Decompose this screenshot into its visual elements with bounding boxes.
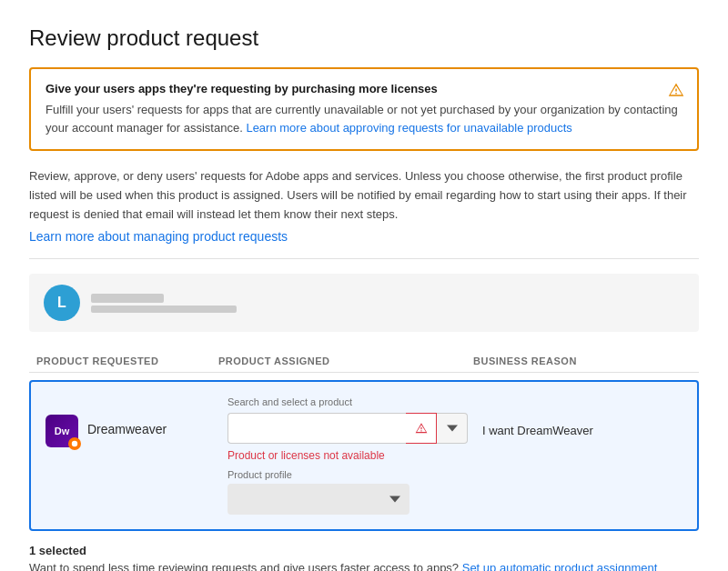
managing-requests-link[interactable]: Learn more about managing product reques… xyxy=(29,229,288,244)
table-header: PRODUCT REQUESTED PRODUCT ASSIGNED BUSIN… xyxy=(29,350,699,373)
auto-assign-text: Want to spend less time reviewing reques… xyxy=(29,561,699,571)
header-product-assigned: PRODUCT ASSIGNED xyxy=(211,356,466,366)
product-name-label: Dreamweaver xyxy=(87,415,167,436)
search-input-row xyxy=(228,413,468,444)
product-requested-cell: Dw Dreamweaver xyxy=(38,396,220,515)
user-info xyxy=(91,294,237,313)
user-name-blurred xyxy=(91,294,164,303)
header-product-requested: PRODUCT REQUESTED xyxy=(29,356,211,366)
profile-dropdown[interactable] xyxy=(228,484,410,515)
dw-icon: Dw xyxy=(46,415,78,447)
warning-banner-body: Fulfill your users' requests for apps th… xyxy=(46,101,682,136)
avatar: L xyxy=(44,285,80,321)
product-assigned-cell: Search and select a product Product or l… xyxy=(220,396,475,515)
approving-requests-link[interactable]: Learn more about approving requests for … xyxy=(246,121,571,135)
selected-count: 1 selected xyxy=(29,544,699,557)
header-business-reason: BUSINESS REASON xyxy=(466,356,699,366)
product-search-input[interactable] xyxy=(228,413,406,444)
info-section-body: Review, approve, or deny users' requests… xyxy=(29,167,699,224)
user-card: L xyxy=(29,274,699,332)
warning-banner: Give your users apps they're requesting … xyxy=(29,67,699,151)
auto-assign-link[interactable]: Set up automatic product assignment xyxy=(462,561,658,571)
business-reason-text: I want DreamWeaver xyxy=(482,424,593,437)
warning-banner-title: Give your users apps they're requesting … xyxy=(46,82,682,95)
product-row: Dw Dreamweaver Search and select a produ… xyxy=(29,380,699,531)
search-dropdown-btn[interactable] xyxy=(437,413,468,444)
dw-badge xyxy=(68,437,81,450)
page-title: Review product request xyxy=(29,25,699,51)
profile-label: Product profile xyxy=(228,469,468,480)
search-label: Search and select a product xyxy=(228,396,468,407)
business-reason-cell: I want DreamWeaver xyxy=(475,396,690,515)
svg-point-0 xyxy=(72,441,77,446)
user-email-blurred xyxy=(91,306,237,313)
page-container: Review product request Give your users a… xyxy=(0,0,728,571)
warning-icon xyxy=(668,82,684,102)
error-text: Product or licenses not available xyxy=(228,449,468,462)
selected-info: 1 selected Want to spend less time revie… xyxy=(29,544,699,571)
divider-1 xyxy=(29,258,699,259)
search-warning-icon xyxy=(406,413,437,444)
